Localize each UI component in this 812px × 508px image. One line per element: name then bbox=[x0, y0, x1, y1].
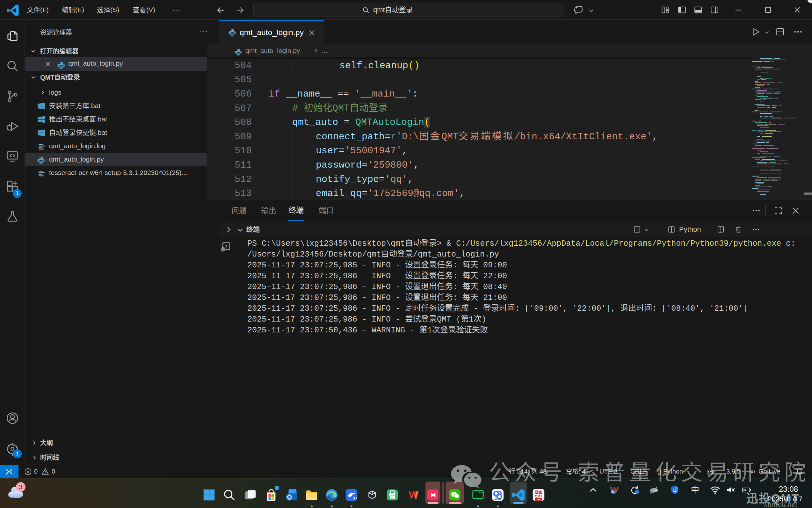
svg-text:VIP: VIP bbox=[537, 498, 541, 501]
svg-text:中: 中 bbox=[691, 485, 699, 495]
svg-text:国金: 国金 bbox=[535, 490, 542, 494]
svg-text:AI: AI bbox=[353, 496, 357, 500]
svg-text:QMT: QMT bbox=[535, 494, 542, 498]
svg-text:L: L bbox=[673, 487, 676, 493]
